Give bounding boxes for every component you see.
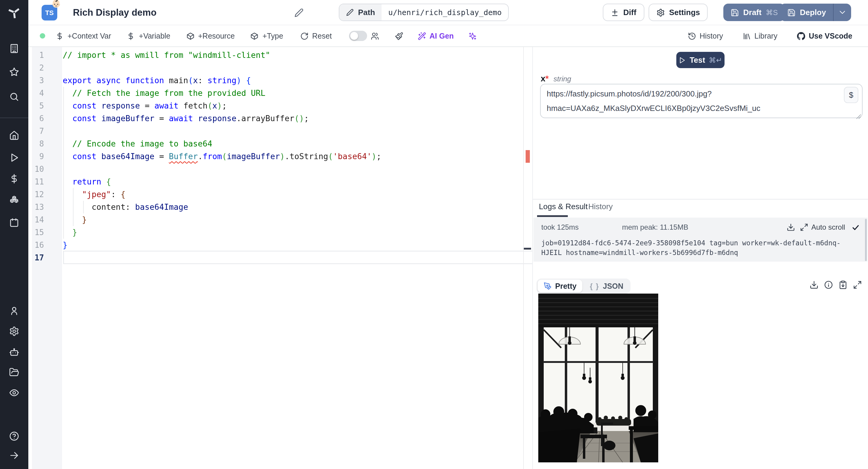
diff-icon bbox=[611, 8, 619, 17]
add-variable-button[interactable]: +Variable bbox=[127, 32, 170, 40]
tab-logs-result[interactable]: Logs & Result bbox=[539, 202, 588, 211]
line-number: 7 bbox=[32, 125, 59, 137]
deploy-button[interactable]: Deploy bbox=[780, 4, 851, 21]
library-button[interactable]: Library bbox=[742, 32, 777, 40]
download-logs-icon[interactable] bbox=[786, 223, 795, 231]
sidebar-item-home[interactable] bbox=[0, 130, 28, 140]
page-title: Rich Display demo bbox=[73, 7, 156, 18]
sidebar-item-help[interactable] bbox=[0, 431, 28, 441]
tab-history[interactable]: History bbox=[588, 202, 613, 211]
sidebar-item-arrow-right[interactable] bbox=[0, 450, 28, 461]
library-icon bbox=[742, 32, 751, 40]
users-icon[interactable] bbox=[370, 32, 379, 40]
code-line[interactable]: 2 bbox=[28, 61, 532, 74]
sidebar-item-calendar[interactable] bbox=[0, 218, 28, 228]
script-emoji: 👶🏻 bbox=[51, 0, 61, 8]
sidebar-item-play[interactable] bbox=[0, 153, 28, 163]
line-number: 6 bbox=[32, 112, 59, 125]
chevron-down-icon bbox=[839, 8, 846, 16]
deploy-dropdown[interactable] bbox=[833, 4, 851, 21]
test-button[interactable]: Test ⌘↵ bbox=[676, 52, 724, 68]
code-line[interactable]: 16} bbox=[28, 239, 532, 251]
code-line[interactable]: 12 "jpeg": { bbox=[28, 188, 532, 201]
run-panel: Test ⌘↵ x*string https://fastly.picsum.p… bbox=[532, 47, 868, 469]
logs-panel: took 125ms mem peak: 11.15MB Auto scroll… bbox=[533, 218, 867, 262]
code-line[interactable]: 4 // Fetch the image from the provided U… bbox=[28, 87, 532, 99]
line-number: 10 bbox=[32, 163, 59, 176]
assistant-toggle[interactable] bbox=[349, 31, 367, 41]
argument-value-line: https://fastly.picsum.photos/id/192/200/… bbox=[547, 87, 856, 101]
code-text: } bbox=[63, 239, 67, 251]
line-number: 12 bbox=[32, 188, 59, 201]
code-line[interactable]: 1// import * as wmill from "windmill-cli… bbox=[28, 49, 532, 61]
indent-guide bbox=[73, 188, 73, 226]
code-line[interactable]: 13 content: base64Image bbox=[28, 201, 532, 213]
use-vscode-button[interactable]: Use VScode bbox=[797, 32, 852, 40]
code-line[interactable]: 8 // Encode the image to base64 bbox=[28, 137, 532, 150]
code-line[interactable]: 14 } bbox=[28, 213, 532, 226]
sidebar-item-folder-open[interactable] bbox=[0, 367, 28, 377]
sidebar-item-boxes[interactable] bbox=[0, 195, 28, 206]
sidebar-divider bbox=[0, 118, 28, 118]
code-text: // Fetch the image from the provided URL bbox=[63, 87, 265, 99]
package-icon bbox=[250, 32, 259, 40]
sidebar-item-search[interactable] bbox=[0, 92, 28, 102]
json-tab[interactable]: { } JSON bbox=[584, 280, 629, 292]
active-tab-underline bbox=[537, 215, 568, 217]
copy-result-icon[interactable] bbox=[838, 280, 847, 289]
format-brush-icon[interactable] bbox=[395, 32, 403, 40]
diff-button[interactable]: Diff bbox=[603, 4, 644, 21]
code-text: // import * as wmill from "windmill-clie… bbox=[63, 49, 270, 61]
info-icon[interactable] bbox=[824, 280, 833, 289]
sidebar-item-bot[interactable] bbox=[0, 347, 28, 357]
code-line[interactable]: 5 const response = await fetch(x); bbox=[28, 99, 532, 112]
sidebar-item-eye[interactable] bbox=[0, 387, 28, 398]
edit-description-icon[interactable] bbox=[294, 8, 304, 18]
sidebar-item-star[interactable] bbox=[0, 67, 28, 77]
add-context-var-button[interactable]: +Context Var bbox=[56, 32, 111, 40]
add-type-button[interactable]: +Type bbox=[250, 32, 283, 40]
insert-variable-button[interactable]: $ bbox=[844, 87, 858, 103]
code-text: } bbox=[63, 226, 77, 239]
line-number: 3 bbox=[32, 74, 59, 87]
code-line[interactable]: 11 return { bbox=[28, 176, 532, 188]
history-button[interactable]: History bbox=[687, 32, 723, 40]
settings-button[interactable]: Settings bbox=[649, 4, 708, 21]
ai-gen-button[interactable]: AI Gen bbox=[417, 32, 454, 40]
sidebar-item-windmill-logo[interactable] bbox=[0, 6, 28, 19]
argument-input[interactable]: https://fastly.picsum.photos/id/192/200/… bbox=[540, 84, 863, 118]
sidebar-item-dollar[interactable] bbox=[0, 174, 28, 184]
code-line[interactable]: 6 const imageBuffer = await response.arr… bbox=[28, 112, 532, 125]
scrollbar-thumb[interactable] bbox=[865, 219, 867, 261]
editor-toolbar: +Context Var +Variable +Resource +Type R… bbox=[28, 25, 868, 47]
code-text: const imageBuffer = await response.array… bbox=[63, 112, 309, 125]
path-label: Path bbox=[358, 8, 375, 17]
sidebar-item-user[interactable] bbox=[0, 306, 28, 316]
path-button[interactable]: Path u/henri/rich_display_demo bbox=[339, 4, 509, 21]
add-resource-button[interactable]: +Resource bbox=[186, 32, 235, 40]
sidebar-item-building[interactable] bbox=[0, 43, 28, 54]
download-result-icon[interactable] bbox=[809, 280, 818, 289]
code-line[interactable]: 9 const base64Image = Buffer.from(imageB… bbox=[28, 150, 532, 163]
textarea-resize-handle[interactable] bbox=[856, 111, 861, 116]
editor-right-border bbox=[523, 47, 524, 469]
expand-result-icon[interactable] bbox=[853, 280, 862, 289]
sidebar-item-gear[interactable] bbox=[0, 326, 28, 336]
pretty-tab[interactable]: Pretty bbox=[538, 280, 583, 292]
autoscroll-label[interactable]: Auto scroll bbox=[811, 223, 845, 231]
topbar: TS 👶🏻 Rich Display demo Path u/henri/ric… bbox=[28, 0, 868, 25]
reset-button[interactable]: Reset bbox=[300, 32, 332, 40]
code-text: content: base64Image bbox=[63, 201, 188, 213]
code-line[interactable]: 3export async function main(x: string) { bbox=[28, 74, 532, 87]
save-icon bbox=[731, 8, 739, 17]
code-text: const base64Image = Buffer.from(imageBuf… bbox=[63, 150, 381, 163]
sparkles-icon[interactable] bbox=[468, 32, 477, 40]
code-line[interactable]: 7 bbox=[28, 125, 532, 137]
expand-logs-icon[interactable] bbox=[800, 223, 808, 231]
status-dot bbox=[40, 33, 45, 39]
code-line[interactable]: 10 bbox=[28, 163, 532, 176]
draft-button[interactable]: Draft ⌘S bbox=[723, 4, 785, 21]
code-editor[interactable]: 1// import * as wmill from "windmill-cli… bbox=[28, 47, 532, 469]
code-line[interactable]: 15 } bbox=[28, 226, 532, 239]
path-value: u/henri/rich_display_demo bbox=[381, 4, 508, 21]
